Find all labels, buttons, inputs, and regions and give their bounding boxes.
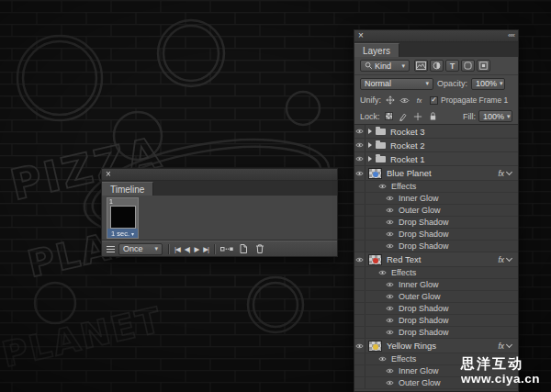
layer-row[interactable]: Yellow Ringsfx [354,339,518,353]
tween-button[interactable] [220,243,233,254]
effect-name: Drop Shadow [399,304,449,313]
watermark-line2: www.ciya.cn [461,372,540,386]
unify-position-icon[interactable] [384,95,396,106]
filter-shape-layers-icon[interactable] [461,60,475,72]
effect-row[interactable]: Inner Glow [354,279,518,291]
lock-all-icon[interactable] [427,110,439,122]
effect-visibility-toggle[interactable] [385,207,395,213]
lock-transparency-icon[interactable] [383,110,395,122]
collapse-panel-icon[interactable]: «« [508,30,514,41]
layer-name: Blue Planet [387,168,432,178]
frame-duration-value: 1 sec. [111,230,129,238]
effect-row[interactable]: Drop Shadow [354,315,518,327]
filter-type-layers-icon[interactable]: T [445,60,459,72]
effect-visibility-toggle[interactable] [385,306,395,311]
effects-visibility-toggle[interactable] [377,356,388,362]
effect-visibility-toggle[interactable] [385,219,395,225]
blend-mode-dropdown[interactable]: Normal [360,78,433,90]
visibility-toggle[interactable] [354,152,365,165]
convert-timeline-icon[interactable] [107,246,115,252]
tab-layers[interactable]: Layers [354,43,399,57]
effect-row[interactable]: Outer Glow [354,291,518,303]
close-icon[interactable]: × [358,30,364,41]
timeline-frame[interactable]: 1 1 sec. [107,197,139,239]
effect-row[interactable]: Inner Glow [354,193,518,205]
effect-name: Outer Glow [399,378,441,387]
collapse-effects-icon[interactable] [506,341,512,347]
group-row[interactable]: Rocket 1 [354,152,518,166]
effect-visibility-toggle[interactable] [385,318,395,323]
effects-header-row[interactable]: Effects [354,181,518,193]
layers-tabbar: Layers [354,42,518,57]
effects-visibility-toggle[interactable] [377,270,388,275]
frame-duration-dropdown[interactable]: 1 sec. [107,229,138,238]
effect-visibility-toggle[interactable] [385,196,395,201]
disclosure-triangle-icon[interactable] [368,142,372,148]
visibility-toggle[interactable] [354,252,365,266]
group-row[interactable]: Rocket 3 [354,125,518,139]
lock-position-icon[interactable] [412,110,424,122]
effect-row[interactable]: Drop Shadow [354,241,518,252]
effect-visibility-toggle[interactable] [385,243,395,249]
filter-smart-objects-icon[interactable] [477,60,490,72]
effect-visibility-toggle[interactable] [385,294,395,299]
layers-panel-titlebar[interactable]: × «« [354,30,518,42]
unify-row: Unify: fx ✓ Propagate Frame 1 [354,92,518,108]
effect-name: Outer Glow [399,292,441,301]
opacity-dropdown[interactable]: 100% [471,78,505,90]
folder-icon [376,156,386,162]
effect-row[interactable]: Drop Shadow [354,229,518,241]
play-button[interactable]: ▶ [194,245,198,253]
loop-mode-dropdown[interactable]: Once [118,243,163,255]
effect-name: Drop Shadow [399,316,449,325]
close-icon[interactable]: × [106,169,111,180]
layer-thumbnail[interactable] [368,341,382,352]
disclosure-triangle-icon[interactable] [368,129,372,134]
layer-thumbnail[interactable] [368,254,382,265]
effect-visibility-toggle[interactable] [385,368,395,374]
effects-label: Effects [391,268,416,277]
unify-style-icon[interactable]: fx [413,95,425,106]
group-row[interactable]: Rocket 2 [354,139,518,152]
layer-thumbnail[interactable] [368,168,382,179]
effect-row[interactable]: Drop Shadow [354,217,518,229]
filter-pixel-layers-icon[interactable] [414,60,428,72]
visibility-toggle[interactable] [354,339,365,353]
search-icon [365,62,373,70]
effect-visibility-toggle[interactable] [385,330,395,335]
blend-mode-value: Normal [365,79,391,88]
filter-adjustment-layers-icon[interactable] [430,60,444,72]
timeline-panel-titlebar[interactable]: × [102,169,337,181]
previous-frame-button[interactable]: ◀| [185,245,190,253]
visibility-toggle[interactable] [354,125,365,138]
effects-visibility-toggle[interactable] [377,184,388,189]
frame-thumbnail[interactable] [110,206,136,229]
first-frame-button[interactable]: |◀ [174,245,180,253]
kind-filter-dropdown[interactable]: Kind [360,60,410,72]
unify-visibility-icon[interactable] [399,95,410,106]
frame-number: 1 [109,198,113,205]
collapse-effects-icon[interactable] [506,254,512,261]
visibility-toggle[interactable] [354,139,365,151]
effect-visibility-toggle[interactable] [385,231,395,237]
effect-visibility-toggle[interactable] [385,380,395,386]
divider [214,244,215,254]
fx-badge: fx [498,169,504,178]
lock-pixels-icon[interactable] [398,110,410,122]
effect-visibility-toggle[interactable] [385,282,395,287]
layer-row[interactable]: Blue Planetfx [354,166,518,181]
effect-row[interactable]: Drop Shadow [354,303,518,315]
fill-dropdown[interactable]: 100% [478,110,512,122]
delete-frame-icon[interactable] [253,243,266,254]
effect-row[interactable]: Outer Glow [354,205,518,217]
effect-row[interactable]: Drop Shadow [354,327,518,339]
layer-row[interactable]: Red Textfx [354,252,518,267]
visibility-toggle[interactable] [354,166,365,180]
tab-timeline[interactable]: Timeline [102,182,153,196]
collapse-effects-icon[interactable] [506,168,512,174]
new-frame-button[interactable] [237,243,250,254]
next-frame-button[interactable]: ▶| [203,245,208,253]
disclosure-triangle-icon[interactable] [368,156,372,162]
propagate-checkbox[interactable]: ✓ [430,96,438,105]
effects-header-row[interactable]: Effects [354,267,518,279]
